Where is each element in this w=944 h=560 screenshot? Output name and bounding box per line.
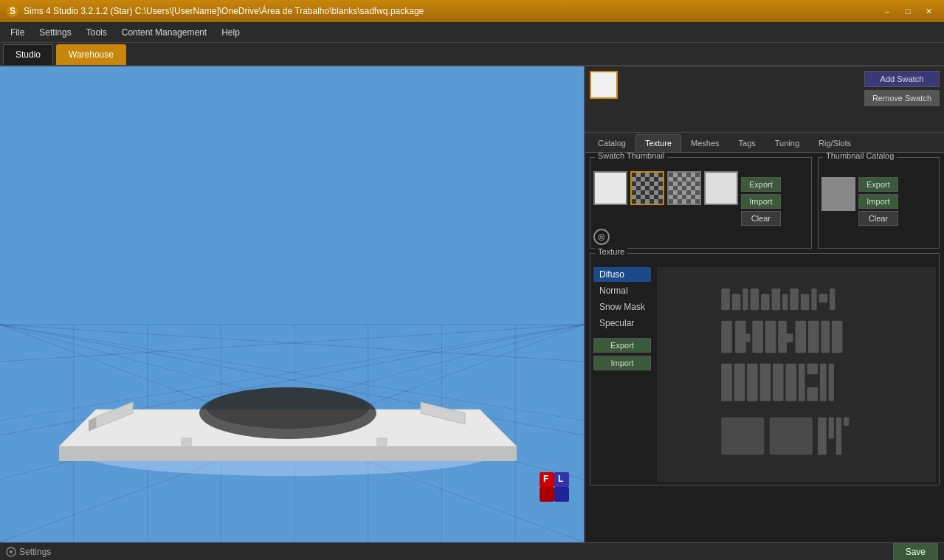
svg-rect-53 [752, 321, 763, 353]
swatch-buttons: Add Swatch Remove Swatch [864, 71, 940, 106]
svg-rect-30 [376, 438, 387, 446]
swatch-thumbnail-section: Swatch Thumbnail Export Import Clear ⊗ [590, 157, 940, 249]
svg-rect-40 [743, 288, 748, 310]
tab-warehouse[interactable]: Warehouse [56, 44, 126, 65]
svg-rect-48 [819, 294, 828, 303]
svg-rect-66 [785, 364, 796, 401]
3d-model [37, 277, 539, 483]
svg-rect-56 [778, 333, 793, 342]
texture-item-specular[interactable]: Specular [593, 316, 651, 331]
thumb-white-2[interactable] [704, 171, 738, 205]
tab-meshes[interactable]: Meshes [681, 134, 729, 152]
thumb-buttons: Export Import Clear [741, 171, 781, 226]
swatch-thumb-import-button[interactable]: Import [741, 194, 781, 209]
texture-label: Texture [595, 247, 627, 256]
svg-rect-77 [844, 418, 849, 426]
maximize-button[interactable]: □ [898, 4, 917, 18]
tab-tags[interactable]: Tags [729, 134, 765, 152]
svg-rect-47 [811, 288, 816, 310]
tab-catalog[interactable]: Catalog [588, 134, 635, 152]
app-icon: S [6, 4, 19, 18]
texture-item-normal[interactable]: Normal [593, 283, 651, 298]
svg-rect-57 [796, 321, 807, 353]
svg-rect-71 [829, 364, 834, 401]
axis-indicator: F L [536, 469, 573, 505]
svg-rect-44 [782, 294, 788, 310]
menu-tools[interactable]: Tools [79, 24, 114, 41]
svg-rect-54 [765, 321, 776, 353]
titlebar: S Sims 4 Studio 3.2.1.2 (Star) C:\Users\… [0, 0, 944, 22]
tab-rigslots[interactable]: Rig/Slots [809, 134, 861, 152]
svg-rect-52 [735, 333, 750, 342]
svg-rect-41 [751, 288, 759, 310]
svg-rect-63 [747, 364, 758, 401]
texture-item-snowmask[interactable]: Snow Mask [593, 300, 651, 314]
texture-item-difuso[interactable]: Difuso [593, 267, 651, 282]
svg-rect-49 [830, 288, 835, 310]
catalog-export-button[interactable]: Export [858, 177, 898, 192]
svg-rect-69 [807, 387, 819, 401]
thumb-white[interactable] [593, 171, 627, 205]
thumb-checker-2[interactable] [667, 171, 701, 205]
menubar: File Settings Tools Content Management H… [0, 22, 944, 43]
svg-rect-70 [820, 364, 827, 401]
settings-label[interactable]: Settings [19, 547, 51, 557]
menu-content-management[interactable]: Content Management [114, 24, 214, 41]
svg-rect-60 [832, 321, 843, 353]
thumbnail-catalog-label: Thumbnail Catalog [823, 153, 897, 160]
thumbnail-grid: Export Import Clear [593, 171, 808, 226]
svg-rect-74 [818, 418, 827, 455]
settings-icon [6, 547, 16, 557]
thumb-checker-selected[interactable] [630, 171, 664, 205]
swatch-item-1[interactable] [590, 71, 618, 99]
texture-action-buttons: Export Import [593, 338, 651, 370]
menu-file[interactable]: File [3, 24, 32, 41]
svg-point-79 [10, 550, 13, 553]
texture-panel: Swatch Thumbnail Export Import Clear ⊗ [585, 153, 944, 490]
svg-rect-34 [554, 487, 569, 502]
tabbar: Studio Warehouse [0, 43, 944, 66]
main-content: F L Add Swatch Remove Swatch Catalog Tex… [0, 66, 944, 542]
texture-import-button[interactable]: Import [593, 356, 651, 370]
svg-rect-76 [836, 418, 841, 455]
svg-rect-38 [721, 288, 730, 310]
svg-text:L: L [558, 474, 563, 484]
save-button[interactable]: Save [893, 543, 938, 561]
texture-list: Difuso Normal Snow Mask Specular Export … [593, 261, 651, 482]
swatch-thumb-export-button[interactable]: Export [741, 177, 781, 192]
tab-studio[interactable]: Studio [3, 44, 53, 65]
thumbnail-catalog-box: Thumbnail Catalog Export Import Clear [818, 157, 940, 249]
viewport[interactable]: F L [0, 66, 585, 542]
tab-tuning[interactable]: Tuning [765, 134, 809, 152]
svg-rect-73 [770, 418, 813, 455]
swatch-thumb-clear-button[interactable]: Clear [741, 211, 781, 226]
texture-export-button[interactable]: Export [593, 338, 651, 353]
svg-rect-67 [799, 364, 805, 401]
svg-rect-75 [829, 418, 834, 439]
svg-text:F: F [543, 474, 548, 484]
menu-settings[interactable]: Settings [32, 24, 78, 41]
svg-rect-32 [540, 487, 554, 502]
menu-help[interactable]: Help [214, 24, 247, 41]
remove-x-button[interactable]: ⊗ [593, 229, 610, 245]
svg-rect-39 [732, 294, 741, 310]
tab-texture[interactable]: Texture [635, 134, 681, 152]
minimize-button[interactable]: – [878, 4, 897, 18]
add-swatch-button[interactable]: Add Swatch [864, 71, 940, 87]
swatch-thumbnail-box: Swatch Thumbnail Export Import Clear ⊗ [590, 157, 812, 249]
svg-rect-58 [808, 321, 819, 353]
svg-rect-61 [721, 364, 732, 401]
svg-rect-50 [721, 321, 732, 353]
svg-rect-59 [821, 321, 830, 353]
svg-rect-72 [721, 418, 764, 455]
remove-swatch-button[interactable]: Remove Swatch [864, 90, 940, 106]
texture-preview [657, 267, 936, 482]
svg-rect-64 [760, 364, 771, 401]
texture-section: Texture Difuso Normal Snow Mask Specular… [590, 253, 940, 485]
close-button[interactable]: ✕ [919, 4, 938, 18]
catalog-clear-button[interactable]: Clear [858, 211, 898, 226]
svg-rect-42 [761, 294, 770, 310]
catalog-import-button[interactable]: Import [858, 194, 898, 209]
svg-text:S: S [10, 6, 15, 16]
texture-preview-svg [657, 267, 936, 482]
